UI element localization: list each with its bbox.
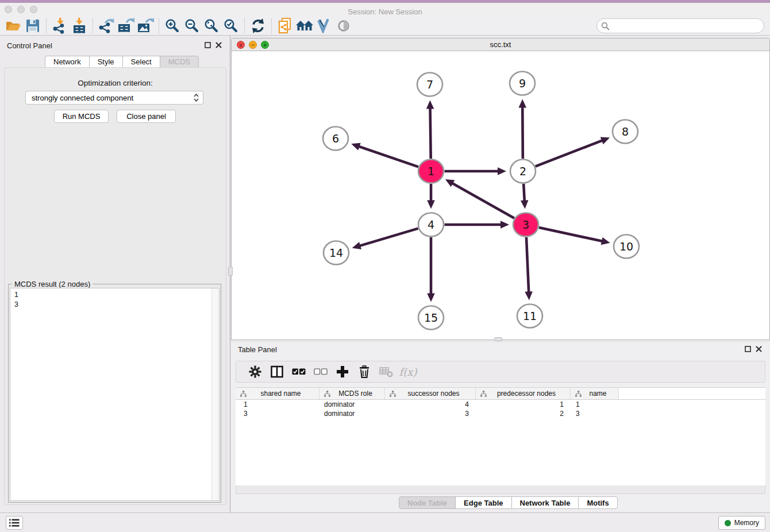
table-cell[interactable]: 3 xyxy=(571,409,619,418)
graph-edge-2-3[interactable] xyxy=(523,184,525,202)
table-cell[interactable]: 1 xyxy=(571,400,619,409)
network-view-window: x − + scc.txt 7968124314101511 xyxy=(231,38,770,340)
close-table-panel-icon[interactable] xyxy=(756,346,762,352)
graph-edge-arrowhead xyxy=(426,100,434,109)
tab-node-table[interactable]: Node Table xyxy=(399,496,456,509)
unselect-all-icon[interactable] xyxy=(310,363,332,381)
close-panel-icon[interactable] xyxy=(215,42,222,48)
float-table-panel-icon[interactable] xyxy=(745,346,751,352)
criterion-dropdown[interactable]: strongly connected component xyxy=(25,91,203,105)
table-cell[interactable]: 3 xyxy=(236,409,319,418)
graph-node-label: 8 xyxy=(622,125,629,138)
export-image-icon[interactable] xyxy=(136,17,155,34)
tab-mcds[interactable]: MCDS xyxy=(160,56,199,68)
graph-edge-3-1[interactable] xyxy=(452,183,514,218)
list-icon xyxy=(9,519,20,527)
table-panel: Table Panel f(x) shared nameMCDS rolesuc… xyxy=(231,342,770,511)
graph-edge-1-6[interactable] xyxy=(359,147,418,167)
share-document-icon[interactable] xyxy=(275,17,295,34)
column-header-predecessor-nodes[interactable]: predecessor nodes xyxy=(476,388,571,399)
tab-edge-table[interactable]: Edge Table xyxy=(455,496,511,509)
mcds-result-textarea[interactable]: 13 xyxy=(10,288,220,501)
table-cell[interactable]: dominator xyxy=(319,400,385,409)
column-header-name[interactable]: name xyxy=(571,388,619,399)
run-mcds-button[interactable]: Run MCDS xyxy=(54,110,109,123)
graph-edge-arrowhead xyxy=(521,200,529,209)
graph-edge-arrowhead xyxy=(525,291,533,300)
open-session-icon[interactable] xyxy=(3,17,23,34)
tab-motifs[interactable]: Motifs xyxy=(578,496,617,509)
hierarchy-icon xyxy=(240,391,247,397)
graph-edge-2-9[interactable] xyxy=(522,106,523,159)
zoom-fit-icon[interactable] xyxy=(202,17,221,34)
result-scrollbar[interactable] xyxy=(211,288,219,500)
table-cell[interactable]: dominator xyxy=(319,409,385,418)
apply-style-icon[interactable] xyxy=(314,17,334,34)
task-history-button[interactable] xyxy=(6,516,23,530)
export-table-icon[interactable] xyxy=(116,17,136,34)
table-cell[interactable]: 1 xyxy=(236,400,319,409)
float-panel-icon[interactable] xyxy=(205,42,211,48)
table-cell[interactable]: 3 xyxy=(385,409,476,418)
graph-node-label: 9 xyxy=(519,77,526,90)
horizontal-splitter-handle[interactable] xyxy=(494,337,502,341)
graph-edge-arrowhead xyxy=(500,221,509,229)
close-panel-button[interactable]: Close panel xyxy=(117,110,176,123)
tab-select[interactable]: Select xyxy=(122,56,160,68)
import-network-icon[interactable] xyxy=(50,17,70,34)
zoom-in-icon[interactable] xyxy=(163,17,182,34)
graph-edge-arrowhead xyxy=(427,294,435,302)
settings-gear-icon[interactable] xyxy=(244,363,266,381)
graph-edge-4-14[interactable] xyxy=(359,229,418,246)
table-cell[interactable]: 4 xyxy=(385,400,476,409)
vertical-splitter-handle[interactable] xyxy=(228,267,233,276)
table-cell[interactable]: 2 xyxy=(476,409,571,418)
search-input[interactable] xyxy=(596,18,764,33)
graph-node-label: 3 xyxy=(522,218,529,231)
tab-network[interactable]: Network xyxy=(45,56,90,68)
delete-row-trash-icon[interactable] xyxy=(353,363,375,381)
show-columns-icon[interactable] xyxy=(266,363,288,381)
control-panel-tabs: NetworkStyleSelectMCDS xyxy=(45,56,199,68)
export-network-icon[interactable] xyxy=(97,17,116,34)
column-header-shared-name[interactable]: shared name xyxy=(236,388,319,399)
delete-table-icon[interactable] xyxy=(375,363,397,381)
graph-edge-3-11[interactable] xyxy=(526,237,529,293)
select-all-icon[interactable] xyxy=(288,363,310,381)
save-session-icon[interactable] xyxy=(23,17,43,34)
function-builder-icon[interactable]: f(x) xyxy=(397,363,419,381)
criterion-value: strongly connected component xyxy=(32,94,193,102)
graph-edge-2-8[interactable] xyxy=(536,140,603,166)
graph-node-label: 14 xyxy=(329,246,343,259)
table-panel-title: Table Panel xyxy=(238,345,277,354)
graph-node-label: 2 xyxy=(519,165,526,178)
zoom-out-icon[interactable] xyxy=(182,17,202,34)
optimization-criterion-label: Optimization criterion: xyxy=(0,79,230,87)
refresh-icon[interactable] xyxy=(248,17,268,34)
hide-panel-icon[interactable] xyxy=(334,17,353,34)
graph-node-label: 15 xyxy=(424,311,438,324)
table-row[interactable]: 3dominator323 xyxy=(236,409,765,418)
tab-network-table[interactable]: Network Table xyxy=(511,496,579,509)
table-cell[interactable]: 1 xyxy=(476,400,571,409)
graph-edge-1-7[interactable] xyxy=(430,107,431,159)
home-icon[interactable] xyxy=(295,17,314,34)
import-table-icon[interactable] xyxy=(70,17,89,34)
table-hscrollbar[interactable] xyxy=(236,485,765,494)
mcds-result-group: MCDS result (2 nodes) 13 xyxy=(8,284,221,503)
hierarchy-icon xyxy=(575,391,582,397)
add-row-icon[interactable] xyxy=(332,363,353,381)
memory-button[interactable]: Memory xyxy=(718,516,765,530)
graph-edge-3-10[interactable] xyxy=(539,228,603,241)
network-canvas[interactable]: 7968124314101511 xyxy=(232,51,769,340)
graph-node-label: 11 xyxy=(523,310,537,322)
table-tabs: Node TableEdge TableNetwork TableMotifs xyxy=(399,496,618,509)
table-row[interactable]: 1dominator411 xyxy=(236,400,765,409)
result-line: 3 xyxy=(14,300,18,310)
tab-style[interactable]: Style xyxy=(89,56,123,68)
column-header-MCDS-role[interactable]: MCDS role xyxy=(319,388,385,399)
graph-edge-arrowhead xyxy=(351,143,360,151)
zoom-selected-icon[interactable] xyxy=(221,17,241,34)
column-header-successor-nodes[interactable]: successor nodes xyxy=(385,388,476,399)
table-header-row: shared nameMCDS rolesuccessor nodesprede… xyxy=(236,387,765,400)
